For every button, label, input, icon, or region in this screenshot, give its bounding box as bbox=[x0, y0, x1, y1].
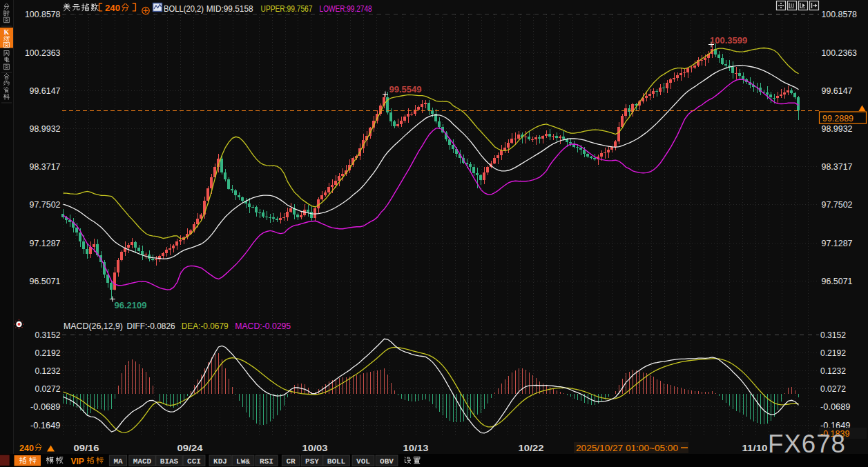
svg-text:VIP: VIP bbox=[71, 457, 84, 466]
svg-text:0.0272: 0.0272 bbox=[820, 384, 846, 394]
svg-text:RSI: RSI bbox=[260, 457, 273, 466]
svg-text:0.2192: 0.2192 bbox=[35, 348, 61, 358]
svg-text:BOLL(20,2): BOLL(20,2) bbox=[164, 4, 204, 14]
svg-text:10/13: 10/13 bbox=[403, 444, 429, 453]
svg-text:09/16: 09/16 bbox=[74, 444, 99, 453]
svg-text:0.1232: 0.1232 bbox=[35, 366, 61, 376]
svg-text:LW&: LW& bbox=[236, 457, 250, 466]
svg-text:PSY: PSY bbox=[305, 457, 319, 466]
svg-text:96.2109: 96.2109 bbox=[115, 300, 147, 310]
svg-text:97.7502: 97.7502 bbox=[30, 199, 61, 210]
svg-text:100.3599: 100.3599 bbox=[710, 35, 747, 46]
svg-text:97.7502: 97.7502 bbox=[822, 199, 853, 210]
svg-text:OBV: OBV bbox=[380, 457, 394, 466]
svg-text:10/03: 10/03 bbox=[302, 444, 328, 453]
svg-text:96.5071: 96.5071 bbox=[822, 276, 853, 286]
svg-text:CCI: CCI bbox=[187, 457, 201, 466]
svg-text:K: K bbox=[4, 28, 10, 36]
svg-text:11/10: 11/10 bbox=[742, 444, 768, 453]
svg-text:99.5549: 99.5549 bbox=[389, 84, 422, 95]
svg-text:0.3152: 0.3152 bbox=[35, 330, 61, 340]
svg-text:MACD: MACD bbox=[133, 457, 152, 466]
svg-text:CR: CR bbox=[286, 457, 296, 466]
svg-text:FX678: FX678 bbox=[768, 430, 846, 458]
svg-text:BIAS: BIAS bbox=[160, 457, 179, 466]
svg-text:MACD(26,12,9): MACD(26,12,9) bbox=[64, 321, 123, 331]
svg-text:-0.1649: -0.1649 bbox=[30, 420, 61, 430]
svg-text:KDJ: KDJ bbox=[213, 457, 227, 466]
svg-text:240: 240 bbox=[105, 3, 120, 13]
svg-text:10/22: 10/22 bbox=[519, 444, 544, 453]
svg-text:-0.0689: -0.0689 bbox=[820, 401, 851, 412]
svg-text:MID:99.5158: MID:99.5158 bbox=[206, 4, 253, 14]
svg-text:MACD:-0.0295: MACD:-0.0295 bbox=[235, 321, 291, 331]
svg-text:98.9932: 98.9932 bbox=[822, 123, 853, 134]
svg-text:99.2889: 99.2889 bbox=[822, 113, 853, 123]
svg-text:BOLL: BOLL bbox=[327, 457, 346, 466]
svg-text:240: 240 bbox=[19, 444, 34, 453]
svg-text:100.2363: 100.2363 bbox=[822, 48, 858, 58]
svg-text:LOWER:99.2748: LOWER:99.2748 bbox=[320, 4, 372, 14]
svg-text:98.9932: 98.9932 bbox=[30, 123, 61, 134]
svg-text:0.1232: 0.1232 bbox=[820, 366, 846, 376]
svg-text:98.3717: 98.3717 bbox=[822, 161, 853, 172]
svg-text:DIFF:-0.0826: DIFF:-0.0826 bbox=[127, 321, 175, 331]
svg-text:-0.0689: -0.0689 bbox=[30, 401, 61, 412]
svg-text:100.8578: 100.8578 bbox=[25, 9, 61, 19]
svg-text:100.2363: 100.2363 bbox=[25, 48, 61, 58]
svg-text:98.3717: 98.3717 bbox=[30, 161, 61, 172]
svg-text:97.1287: 97.1287 bbox=[822, 238, 853, 248]
svg-text:97.1287: 97.1287 bbox=[30, 238, 61, 248]
svg-text:UPPER:99.7567: UPPER:99.7567 bbox=[261, 4, 313, 14]
svg-text:0.0272: 0.0272 bbox=[35, 384, 61, 394]
svg-text:0.2192: 0.2192 bbox=[820, 348, 846, 358]
svg-text:MA: MA bbox=[113, 457, 123, 466]
svg-text:96.5071: 96.5071 bbox=[30, 276, 61, 286]
svg-text:100.8578: 100.8578 bbox=[822, 9, 858, 19]
svg-text:99.6147: 99.6147 bbox=[30, 86, 61, 96]
svg-text:99.6147: 99.6147 bbox=[822, 86, 853, 96]
svg-text:DEA:-0.0679: DEA:-0.0679 bbox=[182, 321, 229, 331]
svg-text:09/24: 09/24 bbox=[177, 444, 203, 453]
svg-text:0.3152: 0.3152 bbox=[820, 330, 846, 340]
svg-text:VOL: VOL bbox=[356, 457, 370, 466]
svg-text:2025/10/27 01:00~05:00: 2025/10/27 01:00~05:00 bbox=[576, 444, 678, 453]
